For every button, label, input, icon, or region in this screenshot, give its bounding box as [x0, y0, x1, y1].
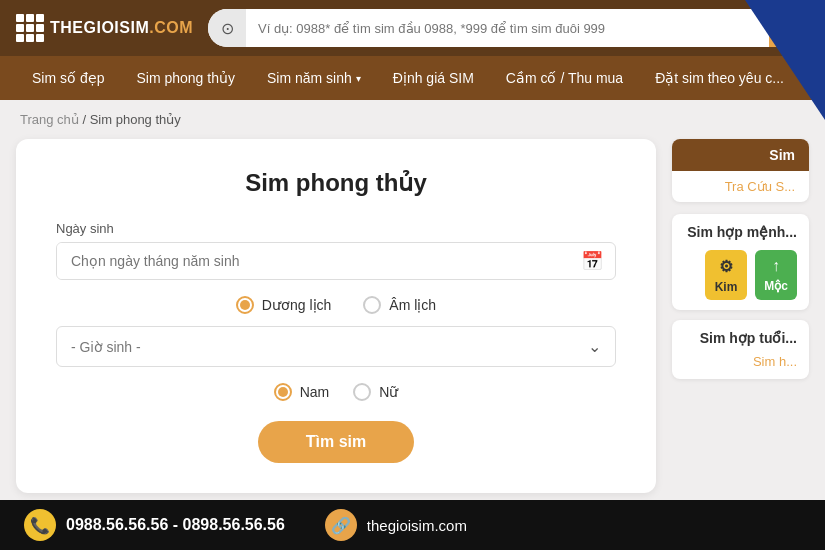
tuoi-section: Sim hợp tuổi... Sim h...	[672, 320, 809, 379]
form-title: Sim phong thủy	[56, 169, 616, 197]
calendar-icon[interactable]: 📅	[569, 250, 615, 272]
gear-icon: ⚙	[719, 257, 733, 276]
birthday-input-wrapper: 📅	[56, 242, 616, 280]
tuoi-title: Sim hợp tuổi...	[684, 330, 797, 346]
menh-kim-label: Kim	[715, 280, 738, 294]
footer-website: 🔗 thegioisim.com	[325, 509, 467, 541]
phone-icon: 📞	[24, 509, 56, 541]
solar-label: Dương lịch	[262, 297, 331, 313]
female-label: Nữ	[379, 384, 398, 400]
menh-kim-button[interactable]: ⚙ Kim	[705, 250, 747, 300]
main-nav: Sim số đẹp Sim phong thủy Sim năm sinh ▾…	[0, 56, 825, 100]
female-option[interactable]: Nữ	[353, 383, 398, 401]
male-label: Nam	[300, 384, 330, 400]
up-arrow-icon: ↑	[772, 257, 780, 275]
birthday-input[interactable]	[57, 243, 569, 279]
nav-item-dinh-gia-sim[interactable]: Định giá SIM	[377, 56, 490, 100]
sidebar: Sim Tra Cứu S... Sim hợp mệnh... ⚙ Kim ↑…	[672, 139, 809, 493]
breadcrumb-current: Sim phong thủy	[90, 112, 181, 127]
menh-buttons: ⚙ Kim ↑ Mộc	[684, 250, 797, 300]
website-url[interactable]: thegioisim.com	[367, 517, 467, 534]
lunar-label: Âm lịch	[389, 297, 436, 313]
birth-hour-group: - Giờ sinh - ⌄	[56, 326, 616, 367]
search-input[interactable]	[246, 21, 769, 36]
nav-item-dat-sim[interactable]: Đặt sim theo yêu c...	[639, 56, 800, 100]
female-radio-button[interactable]	[353, 383, 371, 401]
lunar-radio-button[interactable]	[363, 296, 381, 314]
page-content: Trang chủ / Sim phong thủy Sim phong thủ…	[0, 100, 825, 500]
nav-item-sim-phong-thuy[interactable]: Sim phong thủy	[120, 56, 251, 100]
breadcrumb-home[interactable]: Trang chủ	[20, 112, 79, 127]
calendar-type-radio-group: Dương lịch Âm lịch	[56, 296, 616, 314]
birth-hour-dropdown[interactable]: - Giờ sinh - ⌄	[56, 326, 616, 367]
search-prefix-button[interactable]: ⊙	[208, 9, 246, 47]
content-grid: Sim phong thủy Ngày sinh 📅 Dương lịch	[0, 139, 825, 500]
chevron-down-icon: ⌄	[588, 337, 601, 356]
search-bar: ⊙ 🔍	[208, 9, 809, 47]
footer-phone: 📞 0988.56.56.56 - 0898.56.56.56	[24, 509, 285, 541]
nav-item-cam-co[interactable]: Cầm cố / Thu mua	[490, 56, 639, 100]
menh-section: Sim hợp mệnh... ⚙ Kim ↑ Mộc	[672, 214, 809, 310]
sim-sidebar-card: Sim Tra Cứu S...	[672, 139, 809, 202]
logo-area: THEGIOISIM.COM	[16, 14, 196, 42]
tuoi-item[interactable]: Sim h...	[684, 354, 797, 369]
solar-calendar-option[interactable]: Dương lịch	[236, 296, 331, 314]
link-icon: 🔗	[325, 509, 357, 541]
site-header: THEGIOISIM.COM ⊙ 🔍	[0, 0, 825, 56]
phong-thuy-form-card: Sim phong thủy Ngày sinh 📅 Dương lịch	[16, 139, 656, 493]
phone-number[interactable]: 0988.56.56.56 - 0898.56.56.56	[66, 516, 285, 534]
nav-item-sim-nam-sinh[interactable]: Sim năm sinh ▾	[251, 56, 377, 100]
birthday-label: Ngày sinh	[56, 221, 616, 236]
male-radio-button[interactable]	[274, 383, 292, 401]
birthday-group: Ngày sinh 📅	[56, 221, 616, 280]
find-sim-button[interactable]: Tìm sim	[258, 421, 414, 463]
breadcrumb-separator: /	[82, 112, 89, 127]
footer-bar: 📞 0988.56.56.56 - 0898.56.56.56 🔗 thegio…	[0, 500, 825, 550]
tra-cuu-link[interactable]: Tra Cứu S...	[672, 171, 809, 202]
birth-hour-placeholder: - Giờ sinh -	[71, 339, 141, 355]
male-option[interactable]: Nam	[274, 383, 330, 401]
solar-radio-button[interactable]	[236, 296, 254, 314]
gender-radio-group: Nam Nữ	[56, 383, 616, 401]
nav-item-sim-so-dep[interactable]: Sim số đẹp	[16, 56, 120, 100]
breadcrumb: Trang chủ / Sim phong thủy	[0, 100, 825, 139]
logo-text: THEGIOISIM.COM	[50, 19, 193, 37]
menh-moc-button[interactable]: ↑ Mộc	[755, 250, 797, 300]
sim-sidebar-header: Sim	[672, 139, 809, 171]
menh-title: Sim hợp mệnh...	[684, 224, 797, 240]
logo-icon	[16, 14, 44, 42]
lunar-calendar-option[interactable]: Âm lịch	[363, 296, 436, 314]
menh-moc-label: Mộc	[764, 279, 788, 293]
chevron-down-icon: ▾	[356, 73, 361, 84]
